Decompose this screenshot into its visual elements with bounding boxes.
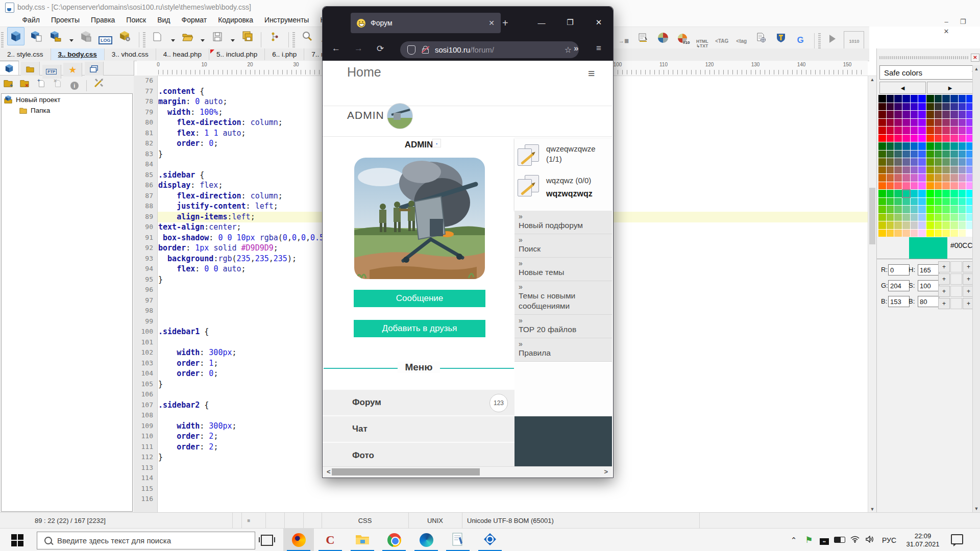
taskbar-search[interactable]: Введите здесь текст для поиска <box>37 532 255 549</box>
forward-icon[interactable]: → <box>354 43 363 54</box>
file-tab[interactable]: 4.. head.php <box>156 48 209 60</box>
color-field-value[interactable]: 204 <box>888 280 910 291</box>
palette-color[interactable] <box>935 221 942 229</box>
palette-color[interactable] <box>902 221 910 229</box>
menu-Кодировка[interactable]: Кодировка <box>212 14 259 26</box>
palette-color[interactable] <box>942 190 950 197</box>
browser-horizontal-scrollbar[interactable]: < > <box>323 466 612 478</box>
palette-color[interactable] <box>950 198 958 206</box>
palette-color[interactable] <box>911 119 918 127</box>
palette-color[interactable] <box>926 230 934 237</box>
palette-color[interactable] <box>935 95 942 103</box>
palette-color[interactable] <box>959 174 966 182</box>
palette-color[interactable] <box>926 111 934 118</box>
palette-color[interactable] <box>926 182 934 190</box>
palette-color[interactable] <box>950 214 958 221</box>
page-menu-icon[interactable]: ≡ <box>588 67 595 81</box>
palette-color[interactable] <box>942 95 950 103</box>
info-button[interactable]: i <box>67 79 82 92</box>
palette-color[interactable] <box>950 142 958 150</box>
palette-color[interactable] <box>959 221 966 229</box>
palette-color[interactable] <box>902 103 910 111</box>
palette-color[interactable] <box>902 214 910 221</box>
palette-color[interactable] <box>942 174 950 182</box>
browser-close-button[interactable]: ✕ <box>587 15 610 30</box>
palette-color[interactable] <box>926 135 934 142</box>
panel-scroll-up-arrow[interactable]: ▲ <box>972 66 980 71</box>
palette-color[interactable] <box>887 206 894 213</box>
palette-color[interactable] <box>911 142 918 150</box>
palette-color[interactable] <box>918 103 926 111</box>
reload-icon[interactable]: ⟳ <box>377 43 384 54</box>
palette-color[interactable] <box>878 182 886 190</box>
message-button[interactable]: Сообщение <box>354 290 485 307</box>
stepper-plus-button[interactable]: + <box>938 273 950 285</box>
palette-color[interactable] <box>942 230 950 237</box>
menu-Проекты[interactable]: Проекты <box>45 14 85 26</box>
remove-folder-button[interactable]: × <box>17 77 32 90</box>
forum-link[interactable]: qwzeqwzqwze <box>546 144 596 153</box>
file-tab[interactable]: 3.. vhod.css <box>105 48 156 60</box>
palette-color[interactable] <box>894 127 902 134</box>
palette-color[interactable] <box>894 182 902 190</box>
palette-color[interactable] <box>959 103 966 111</box>
palette-color[interactable] <box>902 127 910 134</box>
palette-color[interactable] <box>935 214 942 221</box>
run-button[interactable] <box>824 30 841 47</box>
url-bar[interactable]: sosi100.ru/forum/ ☆ <box>400 41 579 58</box>
palette-color[interactable] <box>887 174 894 182</box>
project-new-file-button[interactable] <box>28 28 44 45</box>
scroll-left-arrow[interactable]: < <box>327 468 331 475</box>
palette-color[interactable] <box>878 142 886 150</box>
palette-color[interactable] <box>942 103 950 111</box>
taskbar-clock[interactable]: 22:09 31.07.2021 <box>900 532 945 548</box>
palette-color[interactable] <box>894 206 902 213</box>
palette-color[interactable] <box>878 221 886 229</box>
palette-color[interactable] <box>902 198 910 206</box>
palette-color[interactable] <box>878 214 886 221</box>
palette-color[interactable] <box>887 119 894 127</box>
palette-color[interactable] <box>911 135 918 142</box>
palette-color[interactable] <box>902 135 910 142</box>
palette-color[interactable] <box>942 221 950 229</box>
palette-color[interactable] <box>894 111 902 118</box>
color-field-value[interactable]: 153 <box>888 296 910 307</box>
palette-color[interactable] <box>935 119 942 127</box>
log-button[interactable]: LOG <box>97 32 114 49</box>
palette-color[interactable] <box>894 135 902 142</box>
palette-color[interactable] <box>902 151 910 158</box>
tag-upper-button[interactable]: <TAG <box>714 33 730 50</box>
palette-color[interactable] <box>959 111 966 118</box>
color-wheel-button[interactable] <box>655 29 671 46</box>
page-menu-item[interactable]: Форум123 <box>323 390 515 416</box>
palette-color[interactable] <box>942 214 950 221</box>
menu-Вид[interactable]: Вид <box>152 14 176 26</box>
file-tab[interactable]: 5.. includ.php <box>209 48 265 60</box>
sidebar-link[interactable]: »Новые темы <box>514 258 612 281</box>
palette-color[interactable] <box>902 111 910 118</box>
menu-Инструменты[interactable]: Инструменты <box>259 14 314 26</box>
page-menu-item[interactable]: Фото <box>323 443 515 466</box>
open-file-button[interactable] <box>179 28 195 45</box>
palette-color[interactable] <box>911 111 918 118</box>
palette-color[interactable] <box>942 119 950 127</box>
color-field-value[interactable]: 100 <box>918 280 939 291</box>
palette-color[interactable] <box>887 221 894 229</box>
taskbar-notepad[interactable] <box>443 529 473 551</box>
palette-color[interactable] <box>902 166 910 174</box>
palette-color[interactable] <box>935 174 942 182</box>
palette-color[interactable] <box>959 135 966 142</box>
battery-icon[interactable] <box>832 536 847 544</box>
palette-color[interactable] <box>942 182 950 190</box>
remove-file-button[interactable]: × <box>51 77 65 90</box>
palette-color[interactable] <box>894 151 902 158</box>
palette-color[interactable] <box>894 230 902 237</box>
color-preset-select[interactable]: Safe colors <box>879 65 980 80</box>
save-dropdown[interactable] <box>229 32 236 49</box>
palette-color[interactable] <box>942 151 950 158</box>
palette-color[interactable] <box>950 127 958 134</box>
palette-color[interactable] <box>935 111 942 118</box>
scroll-up-arrow[interactable]: ▲ <box>868 77 876 82</box>
palette-color[interactable] <box>935 142 942 150</box>
panel-tab-favorites[interactable]: ★ <box>63 63 82 77</box>
